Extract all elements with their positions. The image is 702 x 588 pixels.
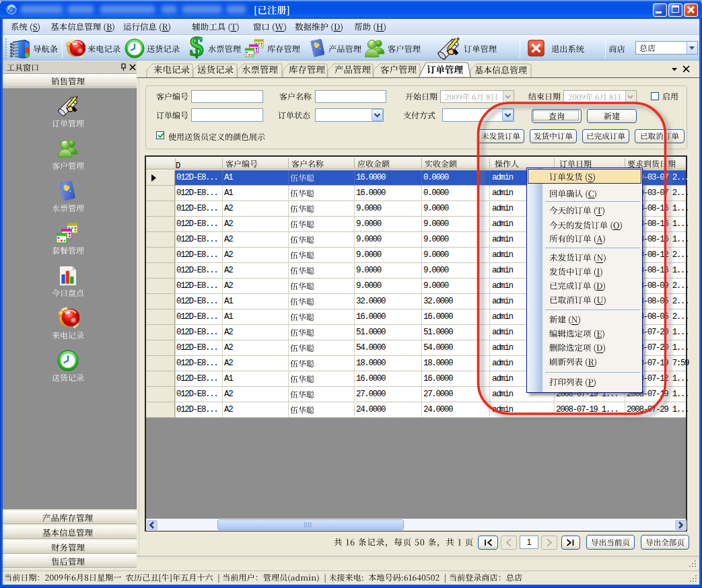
svg-text:$: $ — [189, 36, 203, 59]
